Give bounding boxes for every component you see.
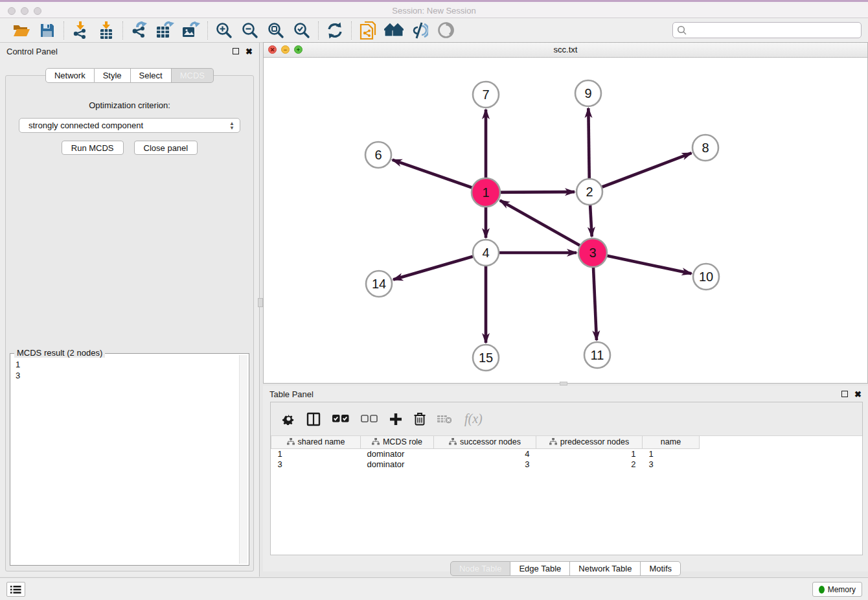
graph-node-label-4: 4 <box>482 246 489 260</box>
table-tab-motifs[interactable]: Motifs <box>641 561 681 576</box>
zoom-in-icon[interactable] <box>214 21 234 40</box>
table-cell[interactable]: 1 <box>536 448 643 459</box>
network-window-titlebar[interactable]: ✕ − + scc.txt <box>264 43 867 58</box>
add-column-icon[interactable] <box>389 413 402 426</box>
column-header-label: shared name <box>298 437 345 446</box>
import-network-icon[interactable] <box>71 21 90 40</box>
save-session-icon[interactable] <box>38 21 57 40</box>
table-header-row: shared nameMCDS rolesuccessor nodesprede… <box>271 436 700 448</box>
table-tab-edge-table[interactable]: Edge Table <box>510 561 570 576</box>
float-table-panel-icon[interactable] <box>841 391 848 397</box>
chevron-up-down-icon: ▲▼ <box>229 121 234 130</box>
export-network-icon[interactable] <box>130 21 149 40</box>
search-icon <box>677 25 687 36</box>
session-title: Session: New Session <box>0 6 868 16</box>
graph-node-label-11: 11 <box>591 348 604 362</box>
criterion-dropdown-value: strongly connected component <box>29 121 229 130</box>
network-graph[interactable]: 7968124314101511 <box>264 58 867 383</box>
memory-status-icon <box>819 586 825 594</box>
column-header-label: predecessor nodes <box>560 437 629 446</box>
tab-select[interactable]: Select <box>131 68 172 83</box>
table-settings-gear-icon[interactable] <box>282 413 295 425</box>
zoom-selected-icon[interactable] <box>292 21 312 40</box>
main-toolbar <box>0 18 868 43</box>
vertical-splitter-handle[interactable] <box>258 298 263 307</box>
column-header-name[interactable]: name <box>643 436 700 448</box>
column-chooser-icon[interactable] <box>306 412 321 426</box>
table-cell[interactable]: 1 <box>643 448 700 459</box>
control-panel-title: Control Panel <box>6 47 58 56</box>
optimization-criterion-label: Optimization criterion: <box>6 100 253 110</box>
search-field-wrap <box>672 22 862 38</box>
open-session-icon[interactable] <box>12 21 31 40</box>
column-header-predecessor-nodes[interactable]: predecessor nodes <box>536 436 643 448</box>
control-panel-tabs: NetworkStyleSelectMCDS <box>6 68 253 83</box>
table-cell[interactable]: 3 <box>643 459 700 469</box>
export-table-icon[interactable] <box>155 21 175 40</box>
table-tab-network-table[interactable]: Network Table <box>570 561 641 576</box>
graph-edge-3-10[interactable] <box>593 253 691 273</box>
column-header-MCDS-role[interactable]: MCDS role <box>361 436 434 448</box>
eye-icon[interactable] <box>436 21 455 40</box>
horizontal-splitter-handle[interactable] <box>560 382 567 386</box>
graph-edge-2-8[interactable] <box>589 153 691 192</box>
graph-node-label-15: 15 <box>479 351 493 365</box>
close-table-panel-icon[interactable]: ✖ <box>854 390 862 398</box>
select-all-icon[interactable] <box>332 415 349 423</box>
criterion-dropdown[interactable]: strongly connected component ▲▼ <box>19 118 240 133</box>
render-icon[interactable] <box>410 21 429 40</box>
memory-button[interactable]: Memory <box>812 582 862 597</box>
list-icon <box>10 585 21 594</box>
close-panel-button[interactable]: Close panel <box>134 141 198 155</box>
graph-node-label-8: 8 <box>702 141 709 155</box>
table-cell[interactable]: 4 <box>434 448 536 459</box>
tab-style[interactable]: Style <box>95 68 131 83</box>
task-history-button[interactable] <box>6 582 25 597</box>
tab-mcds[interactable]: MCDS <box>172 68 214 83</box>
net-minimize-icon[interactable]: − <box>281 45 290 54</box>
node-table: shared nameMCDS rolesuccessor nodesprede… <box>271 436 700 469</box>
graph-node-label-1: 1 <box>482 185 489 200</box>
graph-edge-4-14[interactable] <box>393 253 486 280</box>
mcds-tab-content: NetworkStyleSelectMCDS Optimization crit… <box>5 75 254 571</box>
column-header-shared-name[interactable]: shared name <box>271 436 361 448</box>
run-mcds-button[interactable]: Run MCDS <box>62 141 124 155</box>
table-row[interactable]: 3dominator323 <box>271 459 700 469</box>
delete-column-icon[interactable] <box>414 412 426 426</box>
zoom-out-icon[interactable] <box>240 21 260 40</box>
graph-node-label-2: 2 <box>586 185 593 199</box>
network-file-icon[interactable] <box>358 21 378 40</box>
table-cell[interactable]: 1 <box>271 448 361 459</box>
zoom-fit-icon[interactable] <box>266 21 286 40</box>
control-panel: Control Panel ✖ NetworkStyleSelectMCDS O… <box>0 43 260 577</box>
import-table-icon[interactable] <box>97 21 116 40</box>
search-input[interactable] <box>672 22 862 38</box>
refresh-layout-icon[interactable] <box>325 21 345 40</box>
graph-node-label-3: 3 <box>589 246 596 260</box>
table-cell[interactable]: 2 <box>536 459 643 469</box>
node-table-container: f(x) shared nameMCDS rolesuccessor nodes… <box>270 402 863 555</box>
graph-node-label-10: 10 <box>699 270 713 284</box>
table-cell[interactable]: 3 <box>271 459 361 469</box>
table-tab-node-table[interactable]: Node Table <box>450 561 511 576</box>
export-image-icon[interactable] <box>181 21 201 40</box>
net-close-icon[interactable]: ✕ <box>268 45 277 54</box>
deselect-all-icon[interactable] <box>361 415 378 423</box>
graph-edge-3-1[interactable] <box>500 200 593 253</box>
net-maximize-icon[interactable]: + <box>294 45 303 54</box>
table-row[interactable]: 1dominator411 <box>271 448 700 459</box>
memory-button-label: Memory <box>828 585 856 594</box>
home-icon[interactable] <box>384 21 404 40</box>
float-panel-icon[interactable] <box>233 48 239 54</box>
network-canvas[interactable]: 7968124314101511 <box>264 58 867 383</box>
column-header-successor-nodes[interactable]: successor nodes <box>434 436 536 448</box>
table-cell[interactable]: 3 <box>434 459 536 469</box>
table-cell[interactable]: dominator <box>361 459 434 469</box>
column-header-label: name <box>661 437 681 446</box>
close-panel-icon[interactable]: ✖ <box>246 47 253 56</box>
result-scrollbar[interactable] <box>239 355 247 564</box>
tab-network[interactable]: Network <box>45 68 95 83</box>
table-tabs: Node TableEdge TableNetwork TableMotifs <box>263 561 868 576</box>
table-cell[interactable]: dominator <box>361 448 434 459</box>
column-header-label: successor nodes <box>460 437 521 446</box>
